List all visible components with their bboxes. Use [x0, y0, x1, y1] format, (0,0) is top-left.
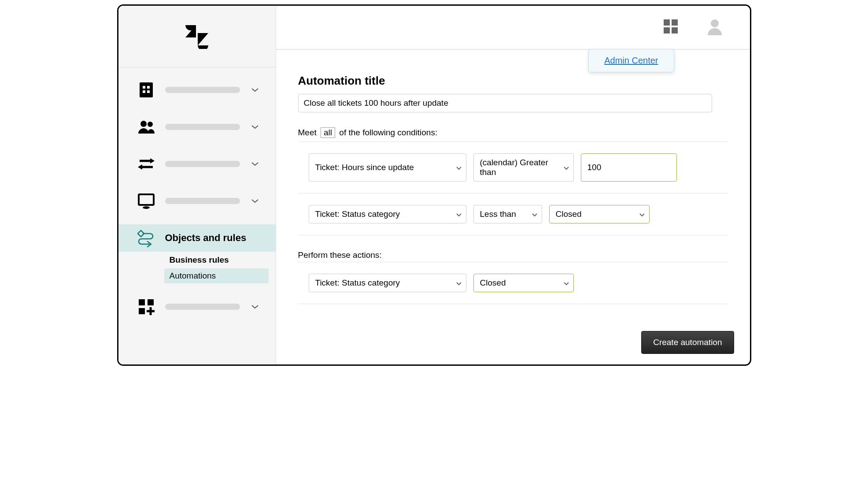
svg-rect-3 [143, 86, 145, 89]
condition-value-input[interactable] [581, 153, 677, 182]
action-value-text: Closed [480, 278, 506, 288]
svg-marker-1 [198, 33, 208, 45]
svg-rect-4 [147, 86, 150, 89]
chevron-down-icon [250, 159, 260, 169]
condition-operator-select[interactable]: Less than [473, 205, 542, 223]
svg-rect-18 [139, 308, 145, 314]
admin-center-link[interactable]: Admin Center [604, 56, 658, 65]
nav-item-people[interactable] [118, 113, 276, 141]
nav-placeholder [165, 161, 240, 167]
user-avatar-icon[interactable] [706, 18, 724, 37]
nav-label-objects: Objects and rules [165, 232, 265, 244]
create-automation-button[interactable]: Create automation [641, 331, 734, 354]
sub-nav: Business rules Automations [118, 253, 276, 283]
chevron-down-icon [456, 278, 462, 288]
svg-rect-21 [664, 19, 670, 26]
nav-item-account[interactable] [118, 76, 276, 104]
chevron-down-icon [532, 209, 537, 219]
actions-label: Perform these actions: [298, 250, 728, 260]
automation-title-input[interactable] [298, 94, 712, 112]
condition-row: Ticket: Hours since update (calendar) Gr… [298, 142, 728, 193]
subnav-automations[interactable]: Automations [164, 268, 269, 283]
svg-point-7 [140, 121, 147, 127]
condition-field-select[interactable]: Ticket: Status category [309, 205, 466, 223]
svg-rect-5 [143, 90, 145, 93]
products-icon[interactable] [662, 18, 680, 37]
nav-item-objects-and-rules[interactable]: Objects and rules [118, 224, 276, 252]
action-field-select[interactable]: Ticket: Status category [309, 274, 466, 292]
nav-placeholder [165, 304, 240, 310]
svg-rect-17 [148, 299, 154, 305]
nav-item-workspaces[interactable] [118, 187, 276, 215]
svg-point-14 [143, 206, 150, 209]
main: Admin Center Automation title Meet all o… [276, 6, 750, 364]
chevron-down-icon [250, 301, 260, 312]
admin-center-tooltip: Admin Center [588, 49, 674, 72]
svg-point-25 [711, 19, 719, 27]
nav-item-channels[interactable] [118, 150, 276, 178]
condition-row: Ticket: Status category Less than Closed [298, 193, 728, 235]
footer: Create automation [276, 322, 750, 364]
svg-marker-10 [150, 158, 155, 164]
svg-rect-22 [672, 19, 678, 26]
people-icon [137, 118, 155, 136]
flow-icon [137, 229, 155, 247]
monitor-icon [137, 192, 155, 210]
chevron-down-icon [456, 163, 462, 172]
sidebar: Objects and rules Business rules Automat… [118, 6, 276, 364]
app-window: Objects and rules Business rules Automat… [117, 4, 751, 366]
svg-marker-12 [138, 164, 142, 170]
nav-placeholder [165, 124, 240, 130]
apps-add-icon [137, 297, 155, 316]
condition-value-select[interactable]: Closed [549, 205, 650, 223]
meet-mode-select[interactable]: all [321, 127, 335, 138]
nav-item-apps[interactable] [118, 293, 276, 320]
chevron-down-icon [564, 163, 569, 172]
condition-field-value: Ticket: Status category [315, 209, 400, 219]
zendesk-logo-icon [184, 22, 210, 51]
action-row: Ticket: Status category Closed [298, 262, 728, 304]
nav-placeholder [165, 198, 240, 204]
condition-field-value: Ticket: Hours since update [315, 163, 414, 172]
condition-operator-value: Less than [480, 209, 516, 219]
subnav-business-rules[interactable]: Business rules [164, 253, 269, 268]
svg-rect-23 [664, 27, 670, 33]
meet-prefix: Meet [298, 128, 317, 137]
svg-rect-13 [139, 194, 154, 205]
svg-rect-16 [139, 299, 145, 305]
page-title: Automation title [298, 74, 728, 88]
chevron-down-icon [250, 85, 260, 95]
chevron-down-icon [639, 209, 645, 219]
meet-suffix: of the following conditions: [339, 128, 437, 137]
arrows-icon [137, 155, 155, 173]
chevron-down-icon [250, 196, 260, 206]
svg-rect-24 [672, 27, 678, 33]
building-icon [137, 81, 155, 99]
conditions-header: Meet all of the following conditions: [298, 127, 728, 138]
logo-area [118, 6, 276, 67]
nav-list: Objects and rules Business rules Automat… [118, 67, 276, 330]
nav-placeholder [165, 87, 240, 93]
chevron-down-icon [564, 278, 569, 288]
condition-field-select[interactable]: Ticket: Hours since update [309, 153, 466, 182]
condition-operator-select[interactable]: (calendar) Greater than [473, 153, 574, 182]
svg-rect-2 [140, 82, 153, 97]
svg-rect-6 [147, 90, 150, 93]
action-field-value: Ticket: Status category [315, 278, 400, 288]
chevron-down-icon [456, 209, 462, 219]
chevron-down-icon [250, 122, 260, 132]
action-value-select[interactable]: Closed [473, 274, 574, 292]
condition-value-text: Closed [556, 209, 582, 219]
svg-point-8 [148, 122, 153, 127]
header [276, 6, 750, 50]
condition-operator-value: (calendar) Greater than [480, 158, 558, 177]
content: Automation title Meet all of the followi… [276, 50, 750, 322]
